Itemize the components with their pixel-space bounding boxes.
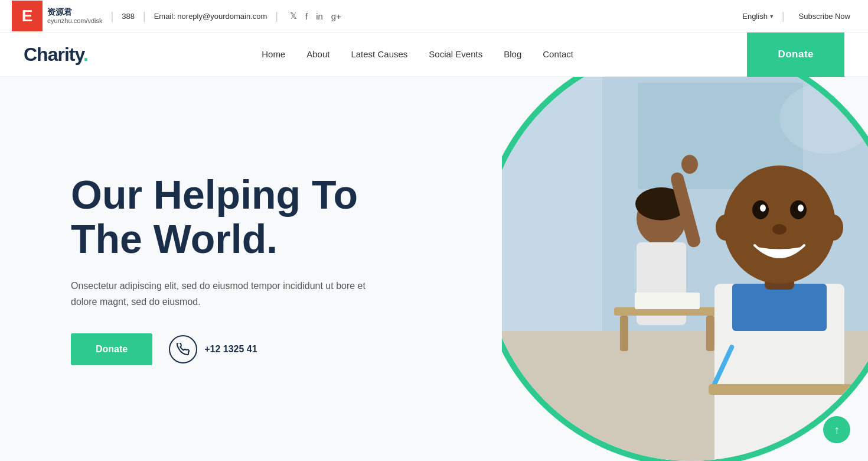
logo-box: E 资源君 eyunzhu.com/vdisk	[12, 1, 103, 31]
nav-link-home[interactable]: Home	[262, 49, 285, 59]
svg-point-8	[681, 155, 698, 174]
nav-link-latest-causes[interactable]: Latest Causes	[351, 49, 407, 59]
nav-link-about[interactable]: About	[306, 49, 329, 59]
language-selector[interactable]: English ▾	[742, 12, 774, 21]
nav-links: Home About Latest Causes Social Events B…	[262, 49, 573, 60]
brand-dot: .	[83, 44, 88, 65]
logo-text-sub: eyunzhu.com/vdisk	[47, 17, 103, 25]
logo-e-icon: E	[12, 1, 43, 31]
brand-logo: Charity.	[24, 44, 88, 66]
divider-4: |	[782, 10, 785, 22]
divider-2: |	[143, 10, 146, 22]
facebook-icon[interactable]: f	[305, 11, 308, 21]
logo-text: 资源君 eyunzhu.com/vdisk	[47, 7, 103, 25]
nav-link-blog[interactable]: Blog	[504, 49, 521, 59]
nav-item-blog[interactable]: Blog	[504, 49, 521, 60]
scroll-top-button[interactable]: ↑	[823, 416, 850, 443]
brand-name: Charity	[24, 44, 83, 65]
svg-rect-12	[635, 293, 700, 309]
svg-rect-10	[620, 316, 628, 351]
svg-point-17	[716, 215, 735, 241]
subscribe-button[interactable]: Subscribe Now	[793, 8, 856, 24]
nav-item-latest-causes[interactable]: Latest Causes	[351, 49, 407, 60]
logo-text-main: 资源君	[47, 7, 103, 17]
divider-3: |	[275, 10, 278, 22]
chevron-down-icon: ▾	[770, 12, 774, 20]
hero-circle	[502, 77, 868, 461]
email-label: Email: noreply@yourdomain.com	[154, 12, 267, 21]
nav-donate-button[interactable]: Donate	[747, 33, 844, 77]
top-bar: E 资源君 eyunzhu.com/vdisk | 388 | Email: n…	[0, 0, 868, 33]
hero-actions: Donate +12 1325 41	[71, 333, 366, 365]
googleplus-icon[interactable]: g+	[331, 11, 341, 21]
top-bar-right: English ▾ | Subscribe Now	[742, 8, 856, 24]
svg-rect-11	[706, 316, 714, 351]
main-nav: Charity. Home About Latest Causes Social…	[0, 33, 868, 77]
svg-rect-25	[709, 384, 862, 395]
hero-content: Our Helping To The World. Onsectetur adi…	[71, 173, 366, 365]
twitter-icon[interactable]: 𝕏	[290, 11, 297, 21]
language-label: English	[742, 12, 768, 21]
social-icons: 𝕏 f in g+	[290, 11, 341, 21]
nav-item-social-events[interactable]: Social Events	[429, 49, 482, 60]
svg-rect-14	[732, 284, 827, 331]
hero-circle-inner	[502, 77, 868, 461]
svg-point-18	[824, 215, 843, 241]
hero-title-line2: The World.	[71, 216, 278, 261]
nav-link-contact[interactable]: Contact	[543, 49, 573, 59]
phone-icon	[169, 335, 197, 363]
hero-phone: +12 1325 41	[169, 335, 257, 363]
hero-donate-button[interactable]: Donate	[71, 333, 152, 365]
divider-1: |	[111, 10, 114, 22]
phone-number: 388	[122, 12, 135, 21]
nav-item-about[interactable]: About	[306, 49, 329, 60]
top-bar-left: E 资源君 eyunzhu.com/vdisk | 388 | Email: n…	[12, 1, 341, 31]
hero-section: Our Helping To The World. Onsectetur adi…	[0, 77, 868, 461]
nav-link-social-events[interactable]: Social Events	[429, 49, 482, 59]
hero-image-area	[502, 77, 868, 461]
svg-point-23	[772, 224, 787, 235]
hero-title-line1: Our Helping To	[71, 172, 358, 217]
nav-item-home[interactable]: Home	[262, 49, 285, 60]
hero-title: Our Helping To The World.	[71, 173, 366, 261]
linkedin-icon[interactable]: in	[316, 11, 323, 21]
phone-number-label: +12 1325 41	[204, 344, 257, 355]
hero-description: Onsectetur adipiscing elit, sed do eiusm…	[71, 278, 366, 310]
nav-item-contact[interactable]: Contact	[543, 49, 573, 60]
svg-point-21	[760, 204, 766, 212]
svg-point-22	[798, 204, 804, 212]
